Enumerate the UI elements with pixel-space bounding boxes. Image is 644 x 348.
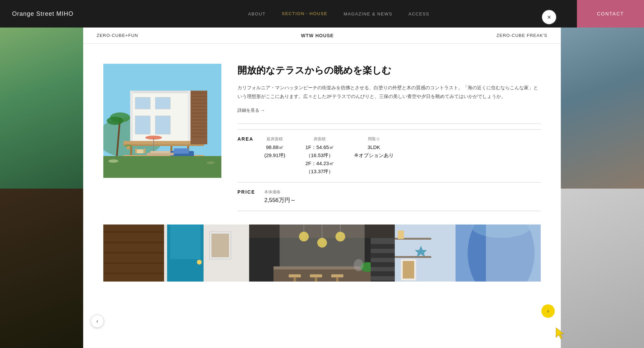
svg-point-46 bbox=[108, 159, 118, 163]
svg-rect-92 bbox=[371, 271, 395, 276]
svg-rect-49 bbox=[150, 151, 170, 153]
area-floor-label: 床面積 bbox=[306, 136, 334, 142]
svg-rect-63 bbox=[170, 225, 201, 259]
svg-rect-5 bbox=[155, 97, 170, 109]
svg-rect-56 bbox=[103, 252, 164, 254]
modal-sub-nav: ZERO-CUBE+FUN WTW HOUSE ZERO-CUBE FREAK'… bbox=[83, 28, 561, 44]
svg-rect-34 bbox=[191, 112, 207, 114]
svg-rect-85 bbox=[331, 275, 343, 278]
main-nav: ABOUT SECTION・HOUSE MAGAZINE & NEWS ACCE… bbox=[101, 11, 577, 17]
area-layout-label: 間取り bbox=[354, 136, 394, 142]
area-label: AREA bbox=[237, 136, 264, 142]
area-section: AREA 延床面積 98.88㎡(29.91坪) 床面積 1F：54.65㎡（1… bbox=[237, 129, 541, 182]
svg-rect-54 bbox=[103, 231, 164, 233]
svg-marker-110 bbox=[556, 328, 564, 339]
nav-section-house[interactable]: SECTION・HOUSE bbox=[282, 11, 328, 17]
cursor-icon bbox=[553, 327, 567, 341]
modal-title: 開放的なテラスからの眺めを楽しむ bbox=[237, 64, 541, 77]
svg-rect-3 bbox=[130, 91, 191, 93]
svg-rect-93 bbox=[371, 281, 395, 282]
svg-rect-12 bbox=[130, 146, 132, 156]
svg-rect-81 bbox=[288, 275, 301, 278]
area-col-layout: 間取り 3LDK※オプションあり bbox=[354, 136, 394, 176]
modal-main-image bbox=[103, 64, 221, 178]
svg-rect-82 bbox=[293, 278, 296, 282]
close-button[interactable]: × bbox=[541, 9, 557, 25]
svg-rect-22 bbox=[144, 148, 146, 153]
svg-rect-17 bbox=[174, 148, 189, 154]
svg-rect-39 bbox=[191, 129, 207, 131]
svg-rect-108 bbox=[403, 261, 414, 279]
svg-rect-7 bbox=[188, 91, 191, 144]
price-sub-label: 本体価格 bbox=[264, 189, 296, 195]
price-label: PRICE bbox=[237, 189, 264, 195]
svg-rect-91 bbox=[371, 262, 395, 267]
svg-rect-26 bbox=[127, 146, 130, 149]
close-icon: × bbox=[547, 13, 551, 21]
area-total-label: 延床面積 bbox=[264, 136, 285, 142]
svg-rect-41 bbox=[191, 136, 207, 138]
svg-rect-57 bbox=[103, 262, 164, 264]
svg-rect-4 bbox=[135, 97, 150, 109]
area-data: 延床面積 98.88㎡(29.91坪) 床面積 1F：54.65㎡（16.53坪… bbox=[264, 136, 541, 176]
svg-point-95 bbox=[354, 259, 363, 271]
area-col-floor: 床面積 1F：54.65㎡（16.53坪）2F：44.23㎡（13.37坪） bbox=[306, 136, 334, 176]
nav-access[interactable]: ACCESS bbox=[409, 11, 429, 16]
area-total-value: 98.88㎡(29.91坪) bbox=[264, 143, 285, 159]
area-floor-value: 1F：54.65㎡（16.53坪）2F：44.23㎡（13.37坪） bbox=[306, 143, 334, 176]
svg-point-78 bbox=[335, 232, 345, 242]
svg-rect-38 bbox=[191, 126, 207, 128]
price-data: 本体価格 2,556万円～ bbox=[264, 189, 296, 204]
next-arrow-icon: › bbox=[547, 308, 549, 314]
svg-rect-9 bbox=[155, 116, 170, 134]
svg-rect-33 bbox=[191, 109, 207, 111]
svg-point-74 bbox=[299, 232, 309, 242]
site-logo: Orange Street MIHO bbox=[0, 10, 101, 17]
svg-rect-8 bbox=[135, 116, 150, 134]
svg-rect-48 bbox=[147, 153, 174, 155]
gallery-prev-button[interactable]: ‹ bbox=[91, 314, 104, 328]
area-layout-value: 3LDK※オプションあり bbox=[354, 143, 394, 159]
svg-rect-58 bbox=[103, 272, 164, 274]
svg-rect-30 bbox=[191, 99, 207, 101]
subnav-zero-cube-freaks[interactable]: ZERO-CUBE FREAK'S bbox=[496, 33, 547, 38]
svg-point-76 bbox=[317, 238, 327, 248]
svg-rect-45 bbox=[103, 156, 221, 178]
modal-content: 開放的なテラスからの眺めを楽しむ カリフォルニア・マンハッタンビーチの街並みを彷… bbox=[103, 64, 541, 211]
area-col-total: 延床面積 98.88㎡(29.91坪) bbox=[264, 136, 285, 176]
svg-rect-31 bbox=[191, 102, 207, 104]
svg-rect-106 bbox=[398, 231, 404, 239]
gallery-strip bbox=[103, 225, 541, 282]
price-value: 2,556万円～ bbox=[264, 196, 296, 204]
svg-rect-36 bbox=[191, 119, 207, 121]
svg-rect-20 bbox=[137, 149, 144, 153]
svg-point-44 bbox=[107, 117, 123, 125]
gallery-item-2 bbox=[249, 225, 395, 282]
gallery-item-1 bbox=[103, 225, 249, 282]
svg-rect-37 bbox=[191, 122, 207, 124]
nav-magazine[interactable]: MAGAZINE & NEWS bbox=[344, 11, 392, 16]
svg-rect-109 bbox=[486, 225, 541, 282]
modal-overlay: ZERO-CUBE+FUN WTW HOUSE ZERO-CUBE FREAK'… bbox=[83, 28, 561, 348]
svg-rect-84 bbox=[315, 278, 317, 282]
modal-detail-link[interactable]: 詳細を見る → bbox=[237, 107, 541, 113]
svg-point-47 bbox=[207, 161, 215, 164]
svg-rect-6 bbox=[130, 91, 133, 144]
svg-rect-40 bbox=[191, 133, 207, 134]
prev-arrow-icon: ‹ bbox=[96, 318, 98, 324]
svg-rect-29 bbox=[191, 96, 207, 97]
subnav-wtw-house[interactable]: WTW HOUSE bbox=[301, 33, 334, 38]
svg-rect-32 bbox=[191, 106, 207, 107]
svg-rect-11 bbox=[123, 144, 204, 146]
contact-button[interactable]: CONTACT bbox=[577, 0, 644, 28]
area-divider bbox=[237, 123, 541, 124]
gallery-section bbox=[103, 225, 541, 282]
subnav-zero-cube-fun[interactable]: ZERO-CUBE+FUN bbox=[97, 33, 138, 38]
modal-inner: 開放的なテラスからの眺めを楽しむ カリフォルニア・マンハッタンビーチの街並みを彷… bbox=[83, 54, 561, 295]
gallery-next-button[interactable]: › bbox=[541, 304, 555, 318]
modal-description: カリフォルニア・マンハッタンビーチの街並みを彷彿とさせる、白塗りの外壁と木の質感… bbox=[237, 84, 541, 101]
svg-rect-21 bbox=[135, 148, 137, 153]
nav-about[interactable]: ABOUT bbox=[248, 11, 266, 16]
price-section: PRICE 本体価格 2,556万円～ bbox=[237, 182, 541, 211]
svg-rect-68 bbox=[211, 234, 229, 258]
